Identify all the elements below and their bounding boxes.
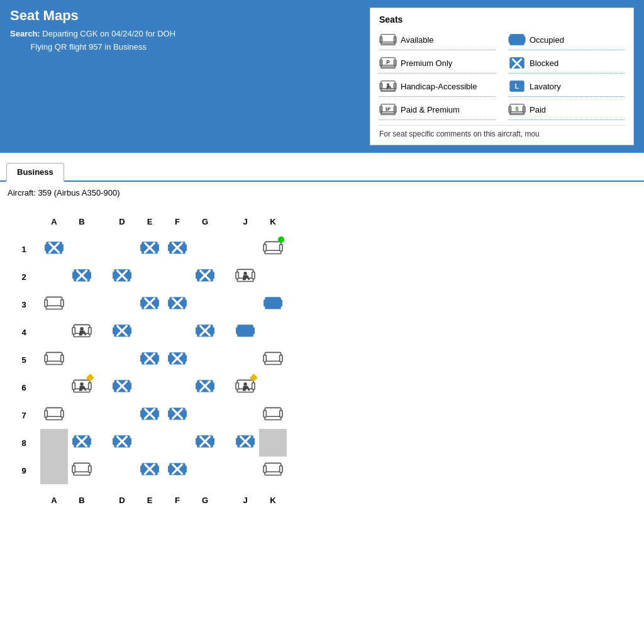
seat-cell [219, 318, 231, 346]
svg-rect-223 [265, 472, 281, 475]
svg-rect-225 [280, 465, 282, 472]
seat-cell[interactable] [231, 318, 259, 346]
svg-rect-71 [212, 272, 214, 279]
svg-rect-181 [280, 410, 282, 417]
svg-rect-197 [212, 438, 214, 445]
svg-rect-143 [89, 382, 91, 389]
svg-rect-85 [140, 299, 143, 306]
seat-cell[interactable] [164, 457, 191, 484]
svg-point-161 [243, 382, 247, 386]
seat-cell [108, 401, 136, 429]
seat-cell[interactable] [136, 401, 164, 429]
table-row: 9 [13, 457, 287, 484]
seat-cell[interactable] [164, 291, 191, 318]
svg-rect-224 [264, 465, 266, 472]
row-number-4: 4 [13, 318, 40, 346]
seat-cell[interactable] [164, 235, 191, 263]
seat-cell [96, 346, 108, 374]
legend-box: Seats Available [370, 8, 634, 145]
seat-cell[interactable] [40, 401, 68, 429]
svg-rect-37 [61, 244, 64, 251]
seat-cell[interactable] [108, 318, 136, 346]
svg-rect-142 [72, 382, 75, 389]
svg-rect-163 [46, 416, 62, 419]
seat-cell [219, 429, 231, 457]
svg-rect-42 [140, 244, 143, 251]
seat-cell [96, 235, 108, 263]
svg-rect-97 [264, 299, 266, 306]
legend-handicap-label: Handicap-Accessible [401, 82, 477, 91]
seat-cell[interactable] [68, 457, 96, 484]
seat-cell[interactable] [40, 235, 68, 263]
seat-cell [108, 291, 136, 318]
svg-rect-70 [196, 272, 198, 279]
svg-rect-218 [168, 465, 170, 472]
seat-cell [219, 374, 231, 401]
seat-cell [164, 318, 191, 346]
table-row: 4 [13, 318, 287, 346]
seat-cell[interactable] [259, 457, 287, 484]
col-footer-F: F [164, 484, 191, 512]
legend-grid: Available Occupied [379, 30, 625, 120]
seat-cell [40, 429, 68, 457]
seat-cell[interactable] [164, 401, 191, 429]
seat-cell[interactable] [108, 429, 136, 457]
seat-cell [40, 374, 68, 401]
seat-cell[interactable] [259, 235, 287, 263]
seat-cell[interactable] [259, 401, 287, 429]
svg-rect-48 [168, 244, 170, 251]
seat-cell[interactable] [68, 374, 96, 401]
svg-rect-127 [157, 355, 159, 362]
svg-rect-191 [129, 438, 131, 445]
seat-cell[interactable] [68, 263, 96, 291]
seat-cell[interactable] [259, 346, 287, 374]
seat-cell[interactable] [231, 263, 259, 291]
tab-business[interactable]: Business [6, 163, 64, 182]
seat-cell[interactable] [164, 346, 191, 374]
seat-cell [219, 235, 231, 263]
svg-rect-80 [46, 306, 62, 309]
svg-rect-96 [265, 306, 281, 309]
seat-cell[interactable] [231, 374, 259, 401]
seat-cell[interactable] [191, 429, 219, 457]
row-number-3: 3 [13, 291, 40, 318]
seat-cell[interactable] [40, 291, 68, 318]
seat-cell[interactable] [231, 429, 259, 457]
seatmap-container: ABDEFGJK1 2 [0, 201, 644, 518]
svg-rect-92 [184, 299, 187, 306]
svg-rect-147 [113, 382, 115, 389]
col-header-F: F [164, 208, 191, 235]
seat-cell[interactable] [68, 318, 96, 346]
seat-cell[interactable] [136, 235, 164, 263]
seat-cell[interactable] [108, 263, 136, 291]
seat-cell[interactable] [191, 263, 219, 291]
svg-rect-77 [252, 272, 255, 279]
seat-cell[interactable] [191, 374, 219, 401]
seat-cell [136, 318, 164, 346]
seat-cell [259, 263, 287, 291]
seat-cell[interactable] [136, 346, 164, 374]
seat-cell [68, 235, 96, 263]
seat-cell [259, 429, 287, 457]
seat-cell[interactable] [191, 318, 219, 346]
seat-cell [231, 346, 259, 374]
seat-cell[interactable] [40, 346, 68, 374]
search-text-line1: Departing CGK on 04/24/20 for DOH [42, 29, 175, 38]
table-row: 6 [13, 374, 287, 401]
seat-cell [164, 374, 191, 401]
seat-cell [191, 235, 219, 263]
seat-cell[interactable] [136, 291, 164, 318]
seat-cell [68, 346, 96, 374]
svg-text:L: L [515, 83, 519, 90]
svg-rect-185 [89, 438, 91, 445]
svg-text:$: $ [516, 106, 519, 112]
occupied-icon [508, 31, 526, 48]
seat-cell[interactable] [108, 374, 136, 401]
seat-cell [231, 291, 259, 318]
legend-premium-label: Premium Only [401, 58, 452, 68]
row-number-2: 2 [13, 263, 40, 291]
seat-cell[interactable] [68, 429, 96, 457]
seat-cell [191, 291, 219, 318]
seat-cell[interactable] [136, 457, 164, 484]
seat-cell[interactable] [259, 291, 287, 318]
